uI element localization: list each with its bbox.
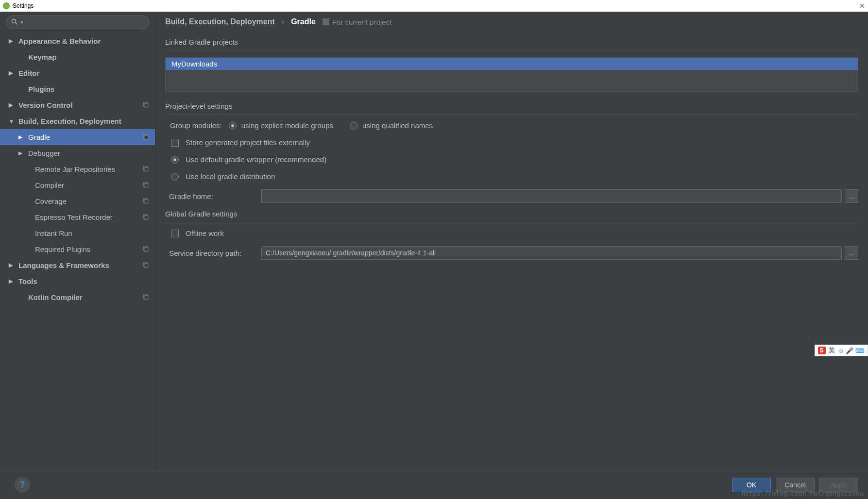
svg-rect-7 xyxy=(144,167,148,171)
titlebar: Settings ✕ xyxy=(0,0,868,12)
tree-item-keymap[interactable]: Keymap xyxy=(0,49,155,65)
tree-item-kotlin-compiler[interactable]: Kotlin Compiler xyxy=(0,289,155,305)
chevron-down-icon: ▼ xyxy=(20,20,24,25)
tree-item-build-execution-deployment[interactable]: ▼Build, Execution, Deployment xyxy=(0,113,155,129)
main-content: ▼ ▶Appearance & BehaviorKeymap▶EditorPlu… xyxy=(0,12,868,470)
watermark: https://blog.csdn.net/gongxiaoou xyxy=(742,490,863,497)
store-external-label: Store generated project files externally xyxy=(186,138,310,147)
radio-default-wrapper[interactable] xyxy=(171,156,179,164)
tree-item-espresso-test-recorder[interactable]: Espresso Test Recorder xyxy=(0,209,155,225)
project-scope-icon xyxy=(142,133,150,141)
service-dir-label: Service directory path: xyxy=(169,249,261,257)
expand-icon: ▶ xyxy=(9,102,16,108)
app-icon xyxy=(3,2,10,9)
window-title: Settings xyxy=(13,2,34,9)
radio-local-distribution[interactable] xyxy=(171,173,179,181)
local-distribution-row: Use local gradle distribution xyxy=(165,172,858,181)
expand-icon: ▶ xyxy=(18,150,25,156)
tree-item-version-control[interactable]: ▶Version Control xyxy=(0,97,155,113)
expand-icon: ▶ xyxy=(9,70,16,76)
local-distribution-label: Use local gradle distribution xyxy=(186,172,275,181)
tree-item-label: Instant Run xyxy=(35,229,150,237)
svg-rect-19 xyxy=(144,296,148,299)
tree-item-label: Coverage xyxy=(35,197,142,205)
tree-item-label: Editor xyxy=(18,69,150,77)
expand-icon: ▶ xyxy=(9,262,16,268)
divider xyxy=(165,114,858,115)
tree-item-label: Required Plugins xyxy=(35,245,142,253)
gradle-home-input[interactable] xyxy=(261,189,842,203)
breadcrumb-separator: › xyxy=(282,17,284,26)
tree-item-label: Gradle xyxy=(28,133,142,141)
svg-rect-11 xyxy=(144,200,148,203)
checkbox-store-external[interactable] xyxy=(171,139,179,147)
ime-lang: 英 xyxy=(829,346,835,355)
project-scope-icon xyxy=(142,262,150,269)
store-external-row: Store generated project files externally xyxy=(165,138,858,147)
svg-rect-15 xyxy=(144,248,148,251)
svg-rect-13 xyxy=(144,216,148,219)
tree-item-plugins[interactable]: Plugins xyxy=(0,81,155,97)
tree-item-languages-frameworks[interactable]: ▶Languages & Frameworks xyxy=(0,257,155,273)
group-modules-row: Group modules: using explicit module gro… xyxy=(165,121,858,130)
project-scope-icon xyxy=(142,166,150,173)
project-scope-label: For current project xyxy=(332,18,392,26)
linked-projects-list[interactable]: MyDownloads xyxy=(165,57,858,92)
tree-item-remote-jar-repositories[interactable]: Remote Jar Repositories xyxy=(0,161,155,177)
tree-item-debugger[interactable]: ▶Debugger xyxy=(0,145,155,161)
project-icon xyxy=(323,18,329,25)
tree-item-editor[interactable]: ▶Editor xyxy=(0,65,155,81)
tree-item-label: Keymap xyxy=(28,53,150,61)
divider xyxy=(165,50,858,50)
tree-item-instant-run[interactable]: Instant Run xyxy=(0,225,155,241)
gradle-home-row: Gradle home: ... xyxy=(165,189,858,203)
search-input[interactable]: ▼ xyxy=(6,16,149,29)
svg-line-1 xyxy=(16,23,17,24)
project-scope-icon xyxy=(142,214,150,221)
project-scope-icon xyxy=(142,246,150,253)
default-wrapper-label: Use default gradle wrapper (recommended) xyxy=(186,155,326,164)
close-icon[interactable]: ✕ xyxy=(859,2,865,10)
expand-icon: ▶ xyxy=(9,38,16,44)
tree-item-required-plugins[interactable]: Required Plugins xyxy=(0,241,155,257)
svg-rect-3 xyxy=(144,103,148,107)
linked-project-item[interactable]: MyDownloads xyxy=(166,58,858,70)
service-dir-row: Service directory path: ... xyxy=(165,246,858,260)
tree-item-label: Remote Jar Repositories xyxy=(35,165,142,173)
section-linked-label: Linked Gradle projects xyxy=(165,38,858,46)
gradle-wrapper-row: Use default gradle wrapper (recommended) xyxy=(165,155,858,164)
sidebar: ▼ ▶Appearance & BehaviorKeymap▶EditorPlu… xyxy=(0,12,155,470)
content-panel: Build, Execution, Deployment › Gradle Fo… xyxy=(155,12,868,470)
section-global-label: Global Gradle settings xyxy=(165,210,858,218)
expand-icon: ▶ xyxy=(18,134,25,140)
checkbox-offline-work[interactable] xyxy=(171,230,179,237)
tree-item-coverage[interactable]: Coverage xyxy=(0,193,155,209)
tree-item-label: Version Control xyxy=(18,101,142,109)
tree-item-label: Appearance & Behavior xyxy=(18,37,150,45)
tree-item-compiler[interactable]: Compiler xyxy=(0,177,155,193)
section-project-level-label: Project-level settings xyxy=(165,102,858,110)
radio-explicit-groups[interactable] xyxy=(229,122,237,130)
tree-item-label: Build, Execution, Deployment xyxy=(18,117,150,125)
tree-item-gradle[interactable]: ▶Gradle xyxy=(0,129,155,145)
gradle-home-label: Gradle home: xyxy=(169,192,261,200)
gradle-home-browse-button[interactable]: ... xyxy=(845,189,858,203)
tree-item-appearance-behavior[interactable]: ▶Appearance & Behavior xyxy=(0,33,155,49)
service-dir-browse-button[interactable]: ... xyxy=(845,246,858,260)
bottom-bar: ? OK Cancel Apply xyxy=(0,470,868,499)
radio-qualified-label: using qualified names xyxy=(362,121,433,130)
service-dir-input[interactable] xyxy=(261,246,842,260)
radio-qualified-names[interactable] xyxy=(350,122,357,130)
help-button[interactable]: ? xyxy=(15,477,30,493)
tree-item-tools[interactable]: ▶Tools xyxy=(0,273,155,289)
project-scope-icon xyxy=(142,182,150,189)
breadcrumb: Build, Execution, Deployment › Gradle Fo… xyxy=(165,17,858,26)
group-modules-label: Group modules: xyxy=(170,121,222,130)
tree-item-label: Espresso Test Recorder xyxy=(35,213,142,221)
settings-tree: ▶Appearance & BehaviorKeymap▶EditorPlugi… xyxy=(0,33,155,470)
breadcrumb-current: Gradle xyxy=(291,17,316,26)
project-scope-icon xyxy=(142,101,150,109)
svg-rect-9 xyxy=(144,183,148,187)
ime-extra-icons: ☺ 🎤 ⌨ xyxy=(838,347,865,354)
ime-indicator: S 英 ☺ 🎤 ⌨ xyxy=(815,345,868,356)
